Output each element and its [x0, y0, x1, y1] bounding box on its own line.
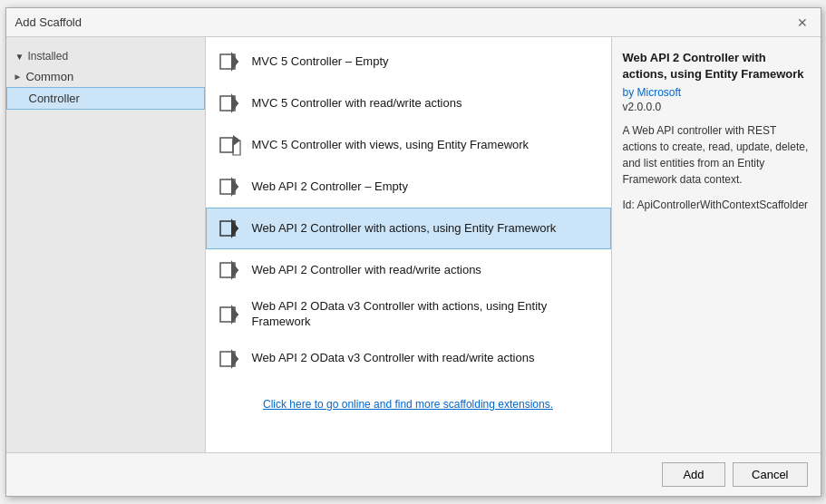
list-item[interactable]: MVC 5 Controller with views, using Entit… — [206, 124, 611, 166]
sidebar-item-common[interactable]: ► Common — [6, 66, 205, 87]
scaffold-icon-7 — [218, 346, 243, 372]
installed-section: ▼ Installed — [6, 44, 205, 66]
list-item[interactable]: Web API 2 OData v3 Controller with read/… — [206, 338, 611, 380]
scaffold-icon-1 — [218, 91, 243, 116]
common-label: Common — [25, 70, 73, 83]
scaffold-icon-4 — [218, 216, 243, 241]
close-button[interactable]: ✕ — [793, 14, 811, 32]
scaffold-icon-5 — [218, 257, 243, 283]
svg-rect-6 — [220, 138, 233, 152]
list-item[interactable]: Web API 2 OData v3 Controller with actio… — [206, 291, 611, 338]
detail-author: by Microsoft — [623, 86, 810, 99]
detail-panel: Web API 2 Controller with actions, using… — [612, 37, 821, 452]
list-item[interactable]: MVC 5 Controller – Empty — [206, 41, 611, 82]
detail-title: Web API 2 Controller with actions, using… — [623, 50, 810, 82]
dialog-footer: Add Cancel — [6, 452, 821, 496]
title-bar: Add Scaffold ✕ — [6, 8, 821, 37]
scaffold-icon-6 — [218, 302, 243, 327]
scaffold-list: MVC 5 Controller – Empty MVC 5 Controlle… — [206, 37, 612, 452]
list-item-label-4: Web API 2 Controller with actions, using… — [252, 221, 557, 237]
add-scaffold-dialog: Add Scaffold ✕ ▼ Installed ► Common Cont… — [5, 7, 821, 497]
list-item[interactable]: Web API 2 Controller – Empty — [206, 166, 611, 208]
dialog-body: ▼ Installed ► Common Controller — [6, 37, 821, 452]
scaffold-icon-2 — [218, 132, 243, 158]
dialog-title: Add Scaffold — [15, 15, 82, 29]
detail-version: v2.0.0.0 — [623, 101, 810, 113]
list-item-label-7: Web API 2 OData v3 Controller with read/… — [252, 351, 535, 366]
list-item-label-0: MVC 5 Controller – Empty — [252, 54, 389, 70]
list-item-label-2: MVC 5 Controller with views, using Entit… — [252, 138, 530, 153]
detail-id: Id: ApiControllerWithContextScaffolder — [623, 199, 810, 211]
list-item[interactable]: Web API 2 Controller with read/write act… — [206, 249, 611, 291]
sidebar-item-controller[interactable]: Controller — [6, 87, 205, 110]
installed-arrow-icon: ▼ — [15, 52, 24, 62]
list-item[interactable]: MVC 5 Controller with read/write actions — [206, 82, 611, 124]
scaffold-icon-0 — [218, 49, 243, 74]
detail-description: A Web API controller with REST actions t… — [623, 122, 810, 188]
svg-marker-9 — [233, 135, 240, 146]
list-item-label-5: Web API 2 Controller with read/write act… — [252, 263, 481, 278]
controller-label: Controller — [29, 92, 80, 105]
list-item-selected[interactable]: Web API 2 Controller with actions, using… — [206, 208, 611, 249]
sidebar: ▼ Installed ► Common Controller — [6, 37, 206, 452]
cancel-button[interactable]: Cancel — [733, 462, 807, 487]
add-button[interactable]: Add — [662, 462, 725, 487]
list-item-label-1: MVC 5 Controller with read/write actions — [252, 96, 462, 111]
list-item-label-6: Web API 2 OData v3 Controller with actio… — [252, 299, 599, 330]
online-extensions-link[interactable]: Click here to go online and find more sc… — [206, 391, 611, 418]
scaffold-icon-3 — [218, 174, 243, 199]
common-arrow-icon: ► — [14, 72, 23, 82]
list-item-label-3: Web API 2 Controller – Empty — [252, 179, 408, 195]
installed-label: Installed — [27, 50, 68, 63]
